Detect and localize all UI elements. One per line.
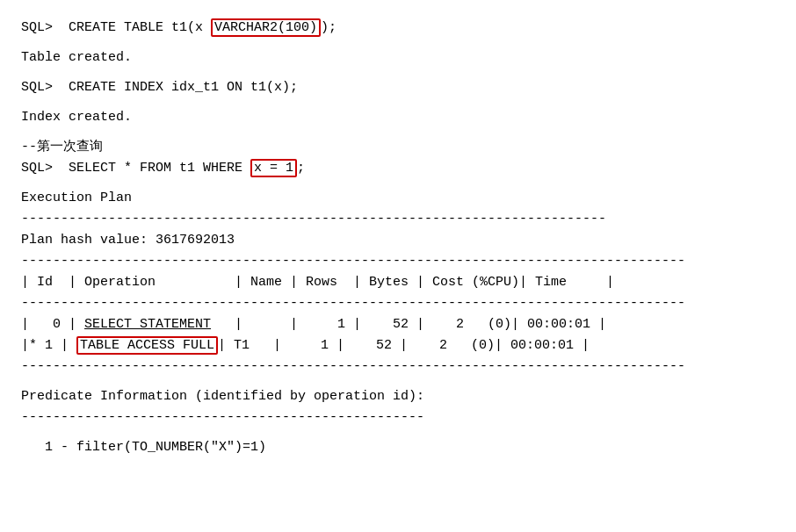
table-data-row0: | 0 | SELECT STATEMENT | | 1 | 52 | 2 (0… xyxy=(21,314,775,335)
line-create-table: SQL> CREATE TABLE t1(x VARCHAR2(100)); xyxy=(21,18,775,39)
varchar2-highlight: VARCHAR2(100) xyxy=(211,18,321,37)
line-comment: --第一次查询 xyxy=(21,137,775,158)
where-condition-highlight: x = 1 xyxy=(250,159,297,177)
row1-post: | T1 | 1 | 52 | 2 (0)| 00:00:01 | xyxy=(218,338,590,353)
table-access-full-highlight: TABLE ACCESS FULL xyxy=(76,336,218,355)
line-table-created: Table created. xyxy=(21,47,775,68)
row1-pre: |* 1 | xyxy=(21,338,76,353)
line-sep5: ----------------------------------------… xyxy=(21,407,775,428)
sql-end-1: ); xyxy=(321,20,336,35)
row0-post: | | 1 | 52 | 2 (0)| 00:00:01 | xyxy=(211,317,606,332)
line-filter: 1 - filter(TO_NUMBER("X")=1) xyxy=(21,437,775,458)
line-sep4: ----------------------------------------… xyxy=(21,356,775,377)
line-sep3: ----------------------------------------… xyxy=(21,293,775,314)
line-execution-plan: Execution Plan xyxy=(21,188,775,209)
line-predicate-info: Predicate Information (identified by ope… xyxy=(21,386,775,407)
sql-end-2: ; xyxy=(297,161,305,176)
row0-pre: | 0 | xyxy=(21,317,84,332)
line-sep2: ----------------------------------------… xyxy=(21,251,775,272)
sql-prompt-1: SQL> CREATE TABLE t1(x xyxy=(21,20,211,35)
line-select: SQL> SELECT * FROM t1 WHERE x = 1; xyxy=(21,158,775,179)
terminal-output: SQL> CREATE TABLE t1(x VARCHAR2(100)); T… xyxy=(21,18,775,458)
sql-prompt-2: SQL> SELECT * FROM t1 WHERE xyxy=(21,161,250,176)
table-data-row1: |* 1 | TABLE ACCESS FULL| T1 | 1 | 52 | … xyxy=(21,335,775,356)
line-create-index: SQL> CREATE INDEX idx_t1 ON t1(x); xyxy=(21,77,775,98)
select-statement-text: SELECT STATEMENT xyxy=(84,317,211,332)
line-hash-value: Plan hash value: 3617692013 xyxy=(21,230,775,251)
line-index-created: Index created. xyxy=(21,107,775,128)
line-sep1: ----------------------------------------… xyxy=(21,209,775,230)
table-header-row: | Id | Operation | Name | Rows | Bytes |… xyxy=(21,272,775,293)
